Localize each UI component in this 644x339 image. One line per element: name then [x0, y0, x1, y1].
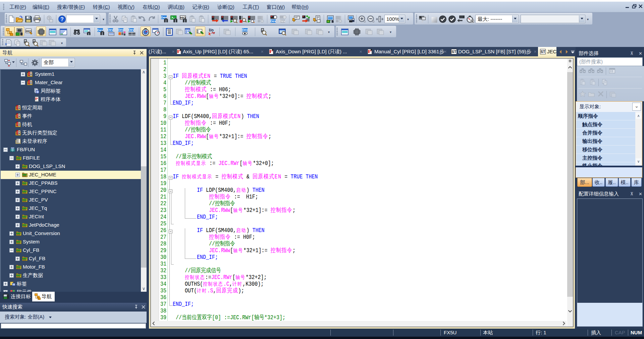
svg-text:ST: ST — [451, 50, 456, 54]
svg-text:ST: ST — [540, 50, 545, 54]
